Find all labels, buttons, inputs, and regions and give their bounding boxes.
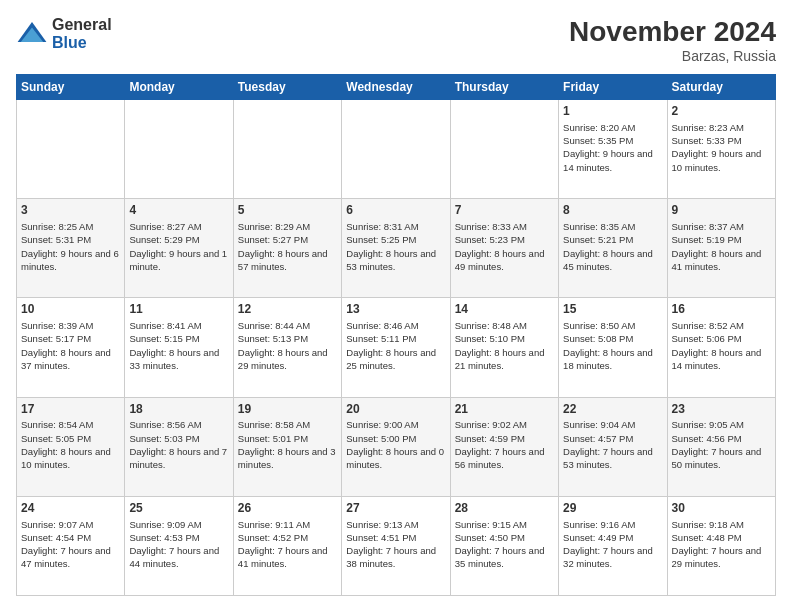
day-info-line: Sunset: 5:21 PM: [563, 233, 662, 246]
calendar-cell: 18Sunrise: 8:56 AMSunset: 5:03 PMDayligh…: [125, 397, 233, 496]
calendar-cell: 22Sunrise: 9:04 AMSunset: 4:57 PMDayligh…: [559, 397, 667, 496]
calendar-week-row-3: 10Sunrise: 8:39 AMSunset: 5:17 PMDayligh…: [17, 298, 776, 397]
calendar-cell: 19Sunrise: 8:58 AMSunset: 5:01 PMDayligh…: [233, 397, 341, 496]
day-info-line: Daylight: 8 hours and 41 minutes.: [672, 247, 771, 274]
day-info-line: Daylight: 8 hours and 0 minutes.: [346, 445, 445, 472]
day-number: 8: [563, 202, 662, 219]
day-info-line: Sunset: 4:49 PM: [563, 531, 662, 544]
day-number: 2: [672, 103, 771, 120]
day-info-line: Sunrise: 9:04 AM: [563, 418, 662, 431]
day-number: 11: [129, 301, 228, 318]
day-info-line: Sunrise: 9:18 AM: [672, 518, 771, 531]
calendar-cell: 20Sunrise: 9:00 AMSunset: 5:00 PMDayligh…: [342, 397, 450, 496]
calendar-cell: 9Sunrise: 8:37 AMSunset: 5:19 PMDaylight…: [667, 199, 775, 298]
page: General Blue November 2024 Barzas, Russi…: [0, 0, 792, 612]
calendar-cell: 7Sunrise: 8:33 AMSunset: 5:23 PMDaylight…: [450, 199, 558, 298]
calendar-cell: [125, 100, 233, 199]
month-title: November 2024: [569, 16, 776, 48]
day-info-line: Sunset: 4:56 PM: [672, 432, 771, 445]
calendar-cell: 5Sunrise: 8:29 AMSunset: 5:27 PMDaylight…: [233, 199, 341, 298]
day-number: 29: [563, 500, 662, 517]
calendar-week-row-4: 17Sunrise: 8:54 AMSunset: 5:05 PMDayligh…: [17, 397, 776, 496]
col-tuesday: Tuesday: [233, 75, 341, 100]
day-number: 20: [346, 401, 445, 418]
day-info-line: Sunrise: 8:48 AM: [455, 319, 554, 332]
day-number: 23: [672, 401, 771, 418]
day-number: 12: [238, 301, 337, 318]
day-info-line: Sunset: 5:33 PM: [672, 134, 771, 147]
day-info-line: Daylight: 8 hours and 14 minutes.: [672, 346, 771, 373]
day-info-line: Sunrise: 9:13 AM: [346, 518, 445, 531]
day-number: 25: [129, 500, 228, 517]
day-info-line: Daylight: 8 hours and 33 minutes.: [129, 346, 228, 373]
day-info-line: Sunrise: 8:41 AM: [129, 319, 228, 332]
calendar-cell: 6Sunrise: 8:31 AMSunset: 5:25 PMDaylight…: [342, 199, 450, 298]
calendar-cell: 28Sunrise: 9:15 AMSunset: 4:50 PMDayligh…: [450, 496, 558, 595]
col-monday: Monday: [125, 75, 233, 100]
day-info-line: Sunrise: 8:20 AM: [563, 121, 662, 134]
day-info-line: Sunrise: 9:02 AM: [455, 418, 554, 431]
day-number: 16: [672, 301, 771, 318]
day-number: 28: [455, 500, 554, 517]
col-saturday: Saturday: [667, 75, 775, 100]
day-info-line: Sunset: 5:03 PM: [129, 432, 228, 445]
day-info-line: Daylight: 8 hours and 49 minutes.: [455, 247, 554, 274]
day-number: 5: [238, 202, 337, 219]
day-info-line: Sunrise: 8:54 AM: [21, 418, 120, 431]
day-info-line: Sunrise: 9:00 AM: [346, 418, 445, 431]
day-number: 6: [346, 202, 445, 219]
day-info-line: Sunset: 5:10 PM: [455, 332, 554, 345]
day-info-line: Daylight: 7 hours and 56 minutes.: [455, 445, 554, 472]
calendar-cell: 3Sunrise: 8:25 AMSunset: 5:31 PMDaylight…: [17, 199, 125, 298]
day-info-line: Sunrise: 8:31 AM: [346, 220, 445, 233]
day-info-line: Sunset: 5:27 PM: [238, 233, 337, 246]
day-info-line: Sunrise: 9:15 AM: [455, 518, 554, 531]
day-info-line: Sunrise: 8:56 AM: [129, 418, 228, 431]
day-info-line: Daylight: 9 hours and 10 minutes.: [672, 147, 771, 174]
calendar-cell: 2Sunrise: 8:23 AMSunset: 5:33 PMDaylight…: [667, 100, 775, 199]
calendar-cell: 16Sunrise: 8:52 AMSunset: 5:06 PMDayligh…: [667, 298, 775, 397]
calendar-cell: [342, 100, 450, 199]
day-number: 3: [21, 202, 120, 219]
calendar-cell: 17Sunrise: 8:54 AMSunset: 5:05 PMDayligh…: [17, 397, 125, 496]
day-info-line: Sunset: 5:19 PM: [672, 233, 771, 246]
col-sunday: Sunday: [17, 75, 125, 100]
calendar-cell: 11Sunrise: 8:41 AMSunset: 5:15 PMDayligh…: [125, 298, 233, 397]
calendar-cell: [17, 100, 125, 199]
day-number: 26: [238, 500, 337, 517]
day-info-line: Sunrise: 8:35 AM: [563, 220, 662, 233]
day-info-line: Daylight: 7 hours and 35 minutes.: [455, 544, 554, 571]
day-info-line: Sunset: 5:31 PM: [21, 233, 120, 246]
day-number: 22: [563, 401, 662, 418]
day-number: 21: [455, 401, 554, 418]
day-number: 14: [455, 301, 554, 318]
calendar-table: Sunday Monday Tuesday Wednesday Thursday…: [16, 74, 776, 596]
calendar-cell: 21Sunrise: 9:02 AMSunset: 4:59 PMDayligh…: [450, 397, 558, 496]
logo: General Blue: [16, 16, 112, 51]
day-info-line: Sunset: 5:05 PM: [21, 432, 120, 445]
logo-icon: [16, 18, 48, 50]
day-info-line: Sunset: 5:35 PM: [563, 134, 662, 147]
calendar-cell: [450, 100, 558, 199]
calendar-week-row-1: 1Sunrise: 8:20 AMSunset: 5:35 PMDaylight…: [17, 100, 776, 199]
calendar-cell: 8Sunrise: 8:35 AMSunset: 5:21 PMDaylight…: [559, 199, 667, 298]
calendar-cell: 13Sunrise: 8:46 AMSunset: 5:11 PMDayligh…: [342, 298, 450, 397]
day-info-line: Daylight: 7 hours and 41 minutes.: [238, 544, 337, 571]
day-info-line: Daylight: 7 hours and 32 minutes.: [563, 544, 662, 571]
day-info-line: Sunrise: 8:27 AM: [129, 220, 228, 233]
day-info-line: Sunset: 5:15 PM: [129, 332, 228, 345]
day-info-line: Sunrise: 8:44 AM: [238, 319, 337, 332]
day-number: 27: [346, 500, 445, 517]
day-number: 7: [455, 202, 554, 219]
day-info-line: Daylight: 7 hours and 53 minutes.: [563, 445, 662, 472]
day-info-line: Sunrise: 8:23 AM: [672, 121, 771, 134]
day-info-line: Daylight: 8 hours and 37 minutes.: [21, 346, 120, 373]
day-info-line: Daylight: 8 hours and 45 minutes.: [563, 247, 662, 274]
day-info-line: Sunset: 4:50 PM: [455, 531, 554, 544]
calendar-cell: 26Sunrise: 9:11 AMSunset: 4:52 PMDayligh…: [233, 496, 341, 595]
calendar-cell: 27Sunrise: 9:13 AMSunset: 4:51 PMDayligh…: [342, 496, 450, 595]
day-info-line: Daylight: 7 hours and 44 minutes.: [129, 544, 228, 571]
day-info-line: Sunset: 5:08 PM: [563, 332, 662, 345]
day-number: 18: [129, 401, 228, 418]
day-info-line: Sunrise: 9:11 AM: [238, 518, 337, 531]
